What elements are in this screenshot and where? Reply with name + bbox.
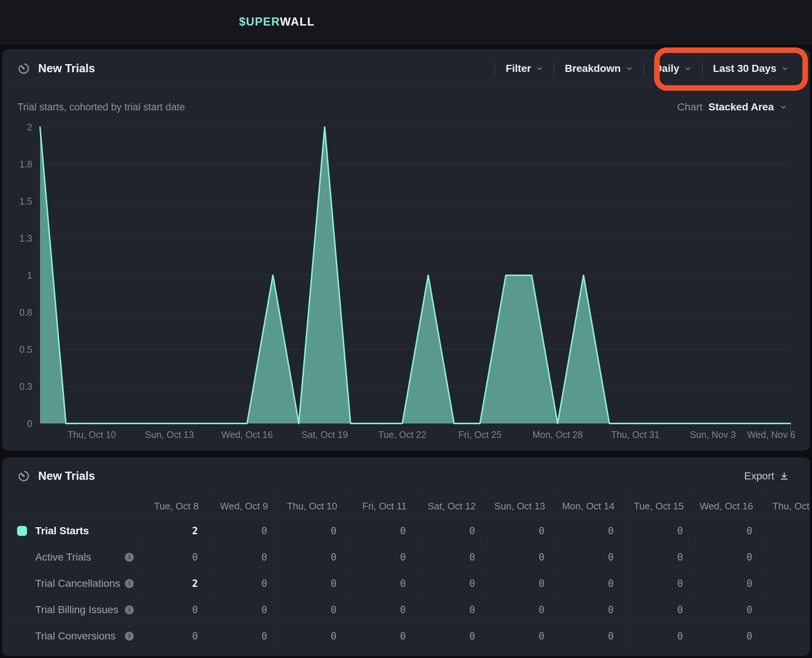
y-axis-tick-label: 0.5 <box>19 344 32 354</box>
table-cell: 0 <box>349 544 418 570</box>
table-cell: 0 <box>418 623 488 650</box>
logo-text-primary: $UPER <box>239 15 280 28</box>
table-cell: 0 <box>279 623 349 650</box>
table-cell: 0 <box>695 597 765 623</box>
x-axis-tick-label: Mon, Oct 28 <box>532 429 583 440</box>
table-row: Trial Billing Issuesi000000000 <box>3 597 810 623</box>
logo-text-secondary: WALL <box>280 15 315 28</box>
table-cell: 0 <box>695 544 765 570</box>
column-header: Thu, Oct 17 <box>765 494 810 518</box>
table-row: Active Trialsi000000000 <box>3 544 810 570</box>
table-cell <box>765 518 810 544</box>
table-cell: 0 <box>695 570 765 597</box>
table-cell: 0 <box>210 597 279 623</box>
info-icon[interactable]: i <box>125 579 134 588</box>
x-axis-tick-label: Tue, Oct 22 <box>378 429 426 440</box>
info-icon[interactable]: i <box>125 605 134 614</box>
export-label: Export <box>744 470 774 482</box>
table-cell: 0 <box>210 544 279 570</box>
row-label: Trial Starts <box>35 525 89 536</box>
x-axis-tick-label: Thu, Oct 10 <box>67 429 116 440</box>
row-label-cell: Trial Starts <box>3 518 141 544</box>
row-label: Active Trials <box>35 551 91 563</box>
table-cell: 0 <box>695 518 765 544</box>
x-axis-tick-label: Wed, Nov 6 <box>747 429 795 440</box>
table-cell: 0 <box>488 570 556 597</box>
row-label-cell: Active Trialsi <box>3 544 141 570</box>
column-header: Thu, Oct 10 <box>279 494 349 518</box>
table-header-row: Tue, Oct 8Wed, Oct 9Thu, Oct 10Fri, Oct … <box>3 494 810 518</box>
table-cell: 2 <box>141 518 210 544</box>
top-nav-bar: $UPERWALL <box>0 0 812 44</box>
export-button[interactable]: Export <box>744 470 789 482</box>
column-header: Sat, Oct 12 <box>418 494 488 518</box>
row-label-cell: Trial Cancellationsi <box>3 570 141 597</box>
new-trials-chart-card: New Trials Filter Breakdown Daily <box>2 49 810 451</box>
column-header: Tue, Oct 8 <box>141 494 210 518</box>
download-icon <box>779 471 789 481</box>
x-axis-tick-label: Wed, Oct 16 <box>221 429 273 440</box>
y-axis-tick-label: 0.8 <box>19 307 32 318</box>
x-axis-tick-label: Thu, Oct 31 <box>611 429 660 440</box>
table-cell: 0 <box>279 518 349 544</box>
table-cell: 0 <box>418 544 488 570</box>
table-row: Trial Conversionsi000000000 <box>3 623 810 650</box>
new-trials-table-card: New Trials Export Tue, Oct 8Wed, Oct 9Th… <box>2 457 810 656</box>
y-axis-tick-label: 1.8 <box>19 159 32 169</box>
table-cell: 0 <box>556 623 626 650</box>
y-axis-tick-label: 1 <box>27 270 32 280</box>
column-header: Sun, Oct 13 <box>488 494 556 518</box>
table-cell: 0 <box>279 570 349 597</box>
info-icon[interactable]: i <box>125 553 134 562</box>
y-axis-tick-label: 1.5 <box>19 196 32 206</box>
table-cell: 0 <box>488 544 556 570</box>
column-header: Tue, Oct 15 <box>626 494 695 518</box>
row-label: Trial Cancellations <box>35 578 120 589</box>
table-cell: 0 <box>349 570 418 597</box>
table-cell: 0 <box>349 623 418 650</box>
table-cell: 0 <box>626 518 695 544</box>
table-cell <box>765 597 810 623</box>
table-cell: 0 <box>626 544 695 570</box>
timer-icon <box>17 470 30 483</box>
table-cell: 0 <box>488 597 556 623</box>
table-cell <box>765 623 810 650</box>
table-cell: 0 <box>141 544 210 570</box>
table-cell: 0 <box>488 623 556 650</box>
table-cell: 0 <box>349 597 418 623</box>
table-title: New Trials <box>38 469 95 483</box>
table-cell: 0 <box>279 544 349 570</box>
table-cell: 0 <box>695 623 765 650</box>
trials-data-table: Tue, Oct 8Wed, Oct 9Thu, Oct 10Fri, Oct … <box>3 494 809 650</box>
table-cell: 0 <box>141 597 210 623</box>
table-cell <box>765 570 810 597</box>
x-axis-tick-label: Sun, Nov 3 <box>690 429 736 440</box>
table-cell: 0 <box>210 518 279 544</box>
table-cell: 0 <box>488 518 556 544</box>
table-corner-cell <box>3 494 141 518</box>
column-header: Wed, Oct 9 <box>210 494 279 518</box>
table-cell: 0 <box>626 570 695 597</box>
table-cell: 0 <box>210 570 279 597</box>
y-axis-tick-label: 2 <box>27 122 32 132</box>
trials-area-chart[interactable]: 21.81.51.310.80.50.30Thu, Oct 10Sun, Oct… <box>3 50 810 451</box>
table-cell: 0 <box>556 544 626 570</box>
table-cell: 0 <box>418 570 488 597</box>
column-header: Wed, Oct 16 <box>695 494 765 518</box>
table-cell: 0 <box>556 597 626 623</box>
column-header: Fri, Oct 11 <box>349 494 418 518</box>
table-cell <box>765 544 810 570</box>
table-cell: 0 <box>210 623 279 650</box>
superwall-logo[interactable]: $UPERWALL <box>239 15 315 28</box>
table-cell: 0 <box>626 623 695 650</box>
table-cell: 0 <box>349 518 418 544</box>
table-cell: 0 <box>556 570 626 597</box>
table-cell: 0 <box>626 597 695 623</box>
y-axis-tick-label: 0 <box>27 418 32 429</box>
x-axis-tick-label: Sun, Oct 13 <box>145 429 194 440</box>
column-header: Mon, Oct 14 <box>556 494 626 518</box>
info-icon[interactable]: i <box>125 632 134 641</box>
dashboard-page: $UPERWALL New Trials Filter Breakdo <box>0 0 812 658</box>
table-cell: 0 <box>141 623 210 650</box>
x-axis-tick-label: Sat, Oct 19 <box>302 429 348 440</box>
